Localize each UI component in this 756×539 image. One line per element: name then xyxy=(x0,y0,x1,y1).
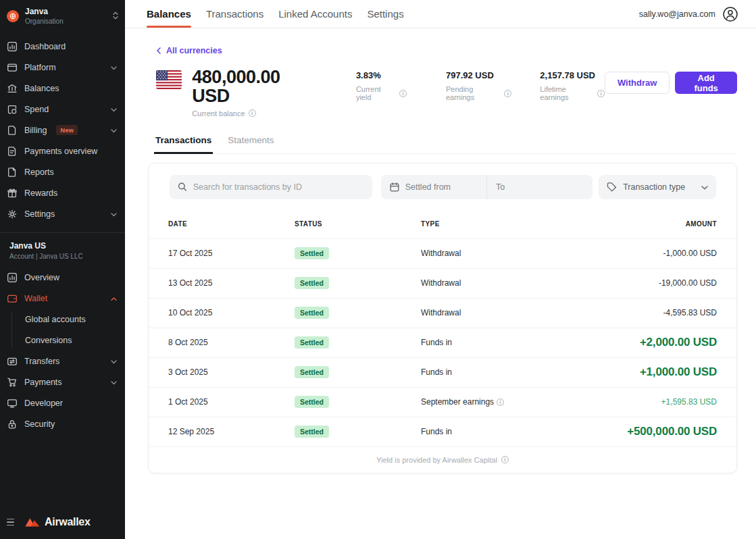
transfers-icon xyxy=(7,356,18,367)
transaction-type-select[interactable]: Transaction type xyxy=(599,175,716,199)
monitor-icon xyxy=(7,398,18,409)
org-switcher[interactable]: Janva Organisation xyxy=(0,0,125,33)
info-icon[interactable]: i xyxy=(249,109,256,117)
top-navigation: Balances Transactions Linked Accounts Se… xyxy=(125,0,756,28)
app-root: Janva Organisation Dashboard Platform Ba… xyxy=(0,0,756,539)
transaction-search[interactable] xyxy=(170,175,372,199)
status-badge: Settled xyxy=(295,366,329,378)
stat-current-yield: 3.83% Current yieldi xyxy=(356,68,407,101)
date-range-filter: Settled from To xyxy=(381,175,593,199)
tab-settings[interactable]: Settings xyxy=(367,0,403,28)
status-badge: Settled xyxy=(295,426,329,438)
overview-icon xyxy=(7,272,18,283)
chevron-left-icon xyxy=(157,47,161,54)
user-email: sally.wo@janva.com xyxy=(639,9,715,19)
sidebar-item-dashboard[interactable]: Dashboard xyxy=(0,36,125,57)
chevron-up-icon xyxy=(111,294,117,303)
sidebar-item-payments[interactable]: Payments xyxy=(0,371,125,392)
table-row[interactable]: 1 Oct 2025 Settled September earningsi +… xyxy=(149,387,736,417)
payments-overview-icon xyxy=(7,146,18,157)
withdraw-button[interactable]: Withdraw xyxy=(605,72,670,94)
info-icon[interactable]: i xyxy=(399,90,407,97)
tab-balances[interactable]: Balances xyxy=(147,0,191,28)
wallet-icon xyxy=(7,293,18,304)
calendar-icon xyxy=(390,182,399,192)
tab-panel-statements[interactable]: Statements xyxy=(226,135,275,153)
main-area: Balances Transactions Linked Accounts Se… xyxy=(125,0,756,539)
stat-pending-earnings: 797.92 USD Pending earningsi xyxy=(446,68,511,101)
gear-icon xyxy=(7,209,18,220)
sidebar-item-transfers[interactable]: Transfers xyxy=(0,351,125,371)
sidebar-account-nav: Overview Wallet Global accounts Conversi… xyxy=(0,264,125,437)
sidebar-item-payments-overview[interactable]: Payments overview xyxy=(0,140,125,161)
chevron-down-icon xyxy=(111,63,117,72)
status-badge: Settled xyxy=(295,307,329,319)
table-row[interactable]: 8 Oct 2025 Settled Funds in +2,000.00 US… xyxy=(149,328,736,357)
yield-provider-note: Yield is provided by Airwallex Capital i xyxy=(149,446,736,473)
usd-flag-icon xyxy=(156,70,182,89)
sidebar-item-platform[interactable]: Platform xyxy=(0,57,125,78)
sidebar-item-security[interactable]: Security xyxy=(0,413,125,434)
search-icon xyxy=(178,182,187,192)
info-icon[interactable]: i xyxy=(597,90,605,97)
sidebar-item-spend[interactable]: Spend xyxy=(0,99,125,120)
search-input[interactable] xyxy=(193,182,364,192)
info-icon[interactable]: i xyxy=(504,90,511,97)
collapse-sidebar-button[interactable] xyxy=(5,516,18,528)
sidebar-item-developer[interactable]: Developer xyxy=(0,392,125,413)
filter-bar: Settled from To Transaction type xyxy=(149,163,736,209)
billing-icon xyxy=(7,125,18,136)
user-avatar-icon[interactable] xyxy=(722,6,738,22)
table-row[interactable]: 12 Sep 2025 Settled Funds in +500,000.00… xyxy=(149,417,736,446)
org-subtitle: Organisation xyxy=(25,18,107,25)
settled-from-field[interactable]: Settled from xyxy=(381,175,486,199)
sidebar-item-billing[interactable]: Billing New xyxy=(0,120,125,140)
transactions-table: DATE STATUS TYPE AMOUNT 17 Oct 2025 Sett… xyxy=(149,209,736,446)
tab-transactions[interactable]: Transactions xyxy=(206,0,263,28)
chevron-down-icon xyxy=(111,209,117,219)
table-row[interactable]: 3 Oct 2025 Settled Funds in +1,000.00 US… xyxy=(149,357,736,387)
account-name: Janva US xyxy=(9,241,117,251)
dashboard-icon xyxy=(7,41,18,52)
table-row[interactable]: 17 Oct 2025 Settled Withdrawal -1,000.00… xyxy=(149,238,736,268)
sidebar-item-rewards[interactable]: Rewards xyxy=(0,182,125,203)
cart-icon xyxy=(7,377,18,388)
sidebar-item-balances[interactable]: Balances xyxy=(0,78,125,99)
chevron-down-icon xyxy=(111,105,117,114)
info-icon[interactable]: i xyxy=(501,456,509,463)
tag-icon xyxy=(607,182,617,192)
tab-panel-transactions[interactable]: Transactions xyxy=(154,135,213,153)
sidebar-item-settings[interactable]: Settings xyxy=(0,203,125,224)
sidebar-item-global-accounts[interactable]: Global accounts xyxy=(0,309,125,330)
table-row[interactable]: 13 Oct 2025 Settled Withdrawal -19,000.0… xyxy=(149,268,736,298)
bank-icon xyxy=(7,83,18,94)
sidebar-main-nav: Dashboard Platform Balances Spend Billin xyxy=(0,33,125,227)
chevron-down-icon xyxy=(111,126,117,135)
sidebar-footer: Airwallex xyxy=(0,508,125,539)
balance-summary: 480,000.00 USD Current balance i 3.83% C… xyxy=(156,68,737,118)
table-header-row: DATE STATUS TYPE AMOUNT xyxy=(149,209,736,238)
airwallex-logomark xyxy=(24,516,41,528)
sidebar-item-overview[interactable]: Overview xyxy=(0,267,125,288)
table-row[interactable]: 10 Oct 2025 Settled Withdrawal -4,595.83… xyxy=(149,298,736,328)
info-icon[interactable]: i xyxy=(497,399,504,406)
wallet-submenu: Global accounts Conversions xyxy=(0,309,125,351)
status-badge: Settled xyxy=(295,247,329,259)
org-name: Janva xyxy=(25,7,107,16)
sidebar-item-reports[interactable]: Reports xyxy=(0,161,125,182)
sidebar-item-wallet[interactable]: Wallet xyxy=(0,288,125,309)
back-to-all-currencies[interactable]: All currencies xyxy=(157,46,222,55)
status-badge: Settled xyxy=(295,396,329,408)
tab-linked-accounts[interactable]: Linked Accounts xyxy=(278,0,352,28)
account-subtitle: Account | Janva US LLC xyxy=(9,253,117,260)
balances-content: All currencies xyxy=(125,28,756,539)
status-badge: Settled xyxy=(295,336,329,349)
chevron-down-icon xyxy=(111,357,117,366)
org-selector-icon xyxy=(113,10,118,22)
chevron-down-icon xyxy=(701,182,708,192)
settled-to-field[interactable]: To xyxy=(486,175,593,199)
sidebar-item-conversions[interactable]: Conversions xyxy=(0,330,125,351)
current-balance-label: Current balance xyxy=(192,109,245,118)
spend-icon xyxy=(7,104,18,115)
add-funds-button[interactable]: Add funds xyxy=(675,72,737,94)
